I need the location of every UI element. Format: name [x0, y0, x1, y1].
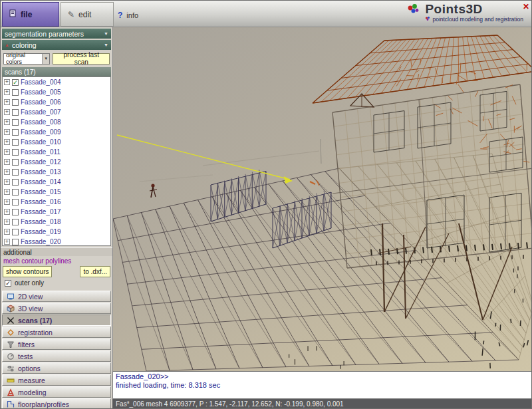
- measure-icon: [6, 376, 15, 384]
- close-icon[interactable]: ✕: [521, 2, 531, 11]
- scan-label: Fassade_008: [21, 118, 61, 126]
- show-contours-button[interactable]: show contours: [3, 266, 52, 277]
- scan-checkbox[interactable]: [12, 179, 19, 186]
- scan-checkbox[interactable]: [12, 89, 19, 96]
- 3d-viewport[interactable]: [112, 27, 532, 371]
- scan-list-item[interactable]: +Fassade_020: [3, 237, 110, 246]
- process-last-scan-button[interactable]: process last scan: [53, 53, 110, 65]
- scan-list-item[interactable]: +Fassade_009: [3, 127, 110, 137]
- log-line: Fassade_020>>: [116, 372, 529, 381]
- scan-list-item[interactable]: +✓Fassade_004: [3, 77, 110, 87]
- coloring-mode-select[interactable]: original colors ▼: [3, 53, 50, 65]
- expand-icon[interactable]: +: [4, 179, 10, 185]
- outer-only-row[interactable]: ✓ outer only: [1, 277, 112, 287]
- scan-list-item[interactable]: +Fassade_008: [3, 117, 110, 127]
- expand-icon[interactable]: +: [4, 119, 10, 125]
- scan-list-item[interactable]: +Fassade_012: [3, 157, 110, 167]
- tab-file[interactable]: file: [2, 2, 59, 27]
- to-dxf-button[interactable]: to .dxf...: [80, 266, 110, 277]
- sidebar-item-filters[interactable]: filters: [2, 339, 111, 350]
- scans-icon: [6, 317, 15, 325]
- tab-info[interactable]: ? info: [118, 11, 138, 20]
- expand-icon[interactable]: +: [4, 209, 10, 215]
- scan-list-item[interactable]: +Fassade_017: [3, 207, 110, 217]
- scan-checkbox[interactable]: [12, 119, 19, 126]
- scan-checkbox[interactable]: ✓: [12, 79, 19, 86]
- scan-label: Fassade_007: [21, 108, 61, 116]
- expand-icon[interactable]: +: [4, 109, 10, 115]
- scan-checkbox[interactable]: [12, 209, 19, 215]
- sidebar-item-options[interactable]: options: [2, 362, 111, 374]
- top-tab-bar: file ✎ edit ? info Points3D pointcloud m…: [1, 1, 532, 27]
- console-log[interactable]: Fassade_020>> finished loading, time: 8.…: [112, 371, 532, 399]
- nav-label: options: [18, 364, 41, 372]
- sidebar-item-registration[interactable]: registration: [2, 327, 111, 338]
- scan-checkbox[interactable]: [12, 109, 19, 116]
- expand-icon[interactable]: +: [4, 169, 10, 175]
- scan-checkbox[interactable]: [12, 99, 19, 106]
- sidebar-item-modeling[interactable]: modeling: [2, 386, 111, 398]
- scan-label: Fassade_020: [21, 238, 61, 245]
- scans-list-header: scans (17): [2, 67, 111, 76]
- section-segmentation-parameters[interactable]: segmentation parameters ▼: [2, 29, 111, 39]
- sidebar-item-3d-view[interactable]: 3D view: [2, 303, 111, 314]
- scan-list-item[interactable]: +Fassade_010: [3, 137, 110, 147]
- sidebar-item-scans[interactable]: scans (17): [2, 315, 111, 326]
- expand-icon[interactable]: +: [4, 129, 10, 135]
- outer-only-checkbox[interactable]: ✓: [5, 280, 11, 287]
- expand-icon[interactable]: +: [4, 89, 10, 95]
- scan-list-item[interactable]: +Fassade_005: [3, 87, 110, 97]
- sidebar-item-measure[interactable]: measure: [2, 374, 111, 386]
- scan-checkbox[interactable]: [12, 129, 19, 136]
- additional-section-label: additional: [1, 247, 112, 256]
- chevron-down-icon[interactable]: ▼: [42, 54, 50, 64]
- scan-list-item[interactable]: +Fassade_007: [3, 107, 110, 117]
- coloring-mode-value: original colors: [6, 52, 42, 65]
- expand-icon[interactable]: +: [4, 219, 10, 225]
- scan-checkbox[interactable]: [12, 239, 19, 245]
- expand-icon[interactable]: +: [4, 99, 10, 105]
- scan-checkbox[interactable]: [12, 199, 19, 205]
- expand-icon[interactable]: +: [4, 189, 10, 195]
- sidebar-item-tests[interactable]: tests: [2, 350, 111, 362]
- scan-checkbox[interactable]: [12, 219, 19, 225]
- expand-icon[interactable]: +: [4, 229, 10, 235]
- scan-list-item[interactable]: +Fassade_011: [3, 147, 110, 157]
- expand-icon[interactable]: +: [4, 239, 10, 245]
- scan-list-item[interactable]: +Fassade_014: [3, 177, 110, 187]
- section-coloring[interactable]: ▲ coloring ▼: [2, 40, 111, 50]
- filters-icon: [6, 341, 15, 348]
- sidebar-item-2d-view[interactable]: 2D view: [2, 291, 111, 302]
- scan-checkbox[interactable]: [12, 189, 19, 196]
- nav-label: 2D view: [18, 293, 43, 301]
- scan-checkbox[interactable]: [12, 229, 19, 235]
- scan-checkbox[interactable]: [12, 149, 19, 156]
- coloring-label: coloring: [12, 41, 37, 49]
- sidebar-item-floorplan-profiles[interactable]: floorplan/profiles: [2, 398, 111, 409]
- expand-icon[interactable]: +: [4, 79, 10, 85]
- scan-label: Fassade_014: [21, 178, 61, 186]
- tab-info-label: info: [126, 11, 138, 19]
- tab-edit[interactable]: ✎ edit: [61, 2, 114, 27]
- mode-accordion: 2D view3D viewscans (17)registrationfilt…: [1, 291, 112, 409]
- scan-list-item[interactable]: +Fassade_016: [3, 197, 110, 207]
- scan-label: Fassade_010: [21, 138, 61, 146]
- app-title: Points3D: [425, 3, 523, 16]
- expand-icon[interactable]: +: [4, 199, 10, 205]
- expand-icon[interactable]: +: [4, 139, 10, 145]
- app-window: file ✎ edit ? info Points3D pointcloud m…: [0, 0, 532, 409]
- scan-list-item[interactable]: +Fassade_018: [3, 217, 110, 227]
- scan-list-item[interactable]: +Fassade_013: [3, 167, 110, 177]
- outer-only-label: outer only: [15, 279, 44, 287]
- scan-label: Fassade_017: [21, 208, 61, 215]
- scan-list[interactable]: +✓Fassade_004+Fassade_005+Fassade_006+Fa…: [2, 76, 111, 246]
- scan-checkbox[interactable]: [12, 169, 19, 176]
- scan-checkbox[interactable]: [12, 139, 19, 146]
- scan-list-item[interactable]: +Fassade_006: [3, 97, 110, 107]
- scan-list-item[interactable]: +Fassade_015: [3, 187, 110, 197]
- contour-buttons-row: show contours to .dxf...: [1, 265, 112, 277]
- expand-icon[interactable]: +: [4, 159, 10, 165]
- scan-checkbox[interactable]: [12, 159, 19, 166]
- expand-icon[interactable]: +: [4, 149, 10, 155]
- scan-list-item[interactable]: +Fassade_019: [3, 227, 110, 237]
